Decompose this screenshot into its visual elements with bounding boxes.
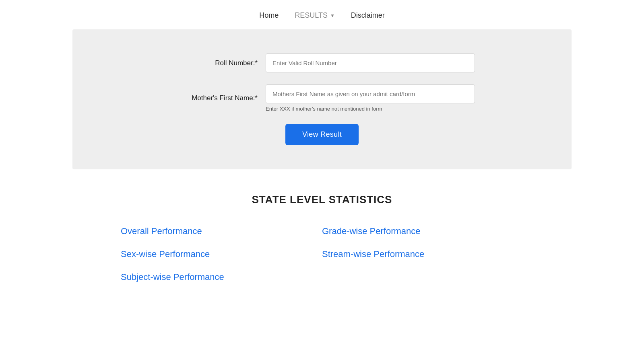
roll-number-row: Roll Number:* — [89, 53, 555, 72]
nav-results-label: RESULTS — [295, 11, 328, 20]
statistics-links-left: Overall Performance Sex-wise Performance… — [121, 222, 322, 290]
mothers-name-input[interactable] — [266, 84, 475, 103]
chevron-down-icon: ▼ — [330, 13, 335, 19]
statistics-title: STATE LEVEL STATISTICS — [72, 193, 572, 206]
link-grade-wise-performance[interactable]: Grade-wise Performance — [322, 222, 523, 245]
statistics-links-right: Grade-wise Performance Stream-wise Perfo… — [322, 222, 523, 290]
link-subject-wise-performance[interactable]: Subject-wise Performance — [121, 268, 322, 291]
link-stream-wise-performance[interactable]: Stream-wise Performance — [322, 245, 523, 268]
statistics-section: STATE LEVEL STATISTICS Overall Performan… — [0, 169, 644, 306]
statistics-links-grid: Overall Performance Sex-wise Performance… — [121, 222, 523, 290]
link-overall-performance[interactable]: Overall Performance — [121, 222, 322, 245]
navigation: Home RESULTS ▼ Disclaimer — [0, 0, 644, 29]
roll-number-input-wrapper — [266, 53, 475, 72]
mothers-name-row: Mother's First Name:* Enter XXX if mothe… — [89, 84, 555, 112]
nav-home[interactable]: Home — [259, 11, 279, 20]
roll-number-label: Roll Number:* — [169, 59, 258, 67]
mothers-name-hint: Enter XXX if mother's name not mentioned… — [266, 106, 475, 112]
view-result-button[interactable]: View Result — [285, 124, 359, 145]
link-sex-wise-performance[interactable]: Sex-wise Performance — [121, 245, 322, 268]
mothers-name-label: Mother's First Name:* — [169, 94, 258, 102]
roll-number-input[interactable] — [266, 53, 475, 72]
form-section: Roll Number:* Mother's First Name:* Ente… — [72, 29, 572, 169]
mothers-name-input-wrapper: Enter XXX if mother's name not mentioned… — [266, 84, 475, 112]
nav-disclaimer[interactable]: Disclaimer — [351, 11, 385, 20]
nav-results[interactable]: RESULTS ▼ — [295, 11, 335, 20]
